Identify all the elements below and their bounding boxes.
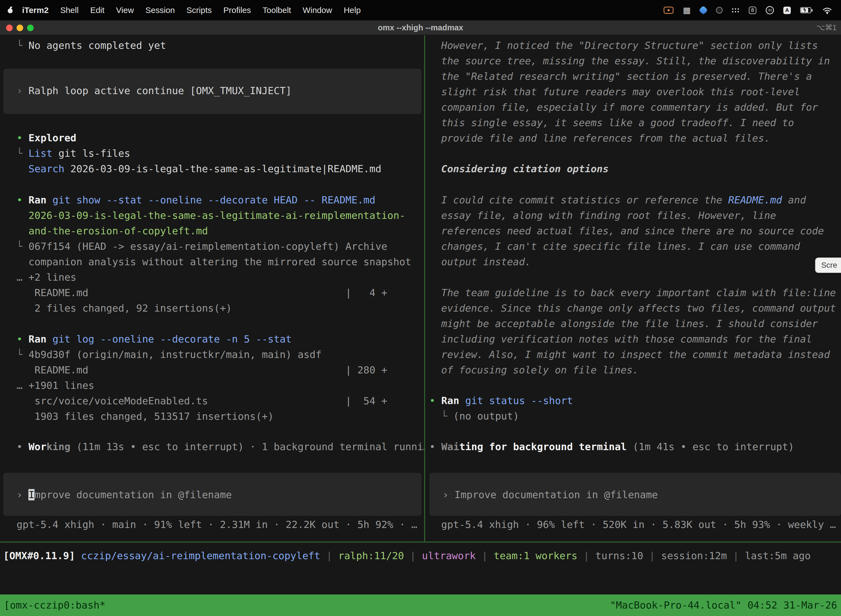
screen-recording-indicator-icon[interactable] [664, 7, 674, 14]
text-segment: [OMX#0.11.9] [3, 550, 81, 561]
menu-item-iterm2[interactable]: iTerm2 [22, 6, 48, 15]
text-segment: changes, I can't cite specific file line… [441, 241, 800, 252]
text-segment: slight risk that future readers may over… [441, 86, 800, 97]
terminal-line: including verification notes with those … [441, 331, 836, 347]
menu-items: iTerm2ShellEditViewSessionScriptsProfile… [22, 6, 360, 15]
key-8-icon[interactable]: 8 [749, 7, 756, 14]
text-segment: 2 files changed, 92 insertions(+) [16, 302, 232, 314]
terminal-line: 2026-03-09-is-legal-the-same-as-legitima… [16, 208, 411, 223]
text-segment: Ran [441, 395, 459, 406]
terminal-pane-left[interactable]: └ No agents completed yet › Ralph loop a… [0, 35, 424, 541]
menu-item-help[interactable]: Help [344, 6, 361, 15]
menu-item-scripts[interactable]: Scripts [186, 6, 212, 15]
pane-divider-vertical[interactable] [424, 35, 425, 541]
terminal-line: gpt-5.4 xhigh · main · 91% left · 2.31M … [16, 517, 417, 532]
menu-item-session[interactable]: Session [145, 6, 175, 15]
dark-circle-app-icon[interactable] [716, 7, 722, 13]
text-segment: └ [16, 148, 28, 159]
text-segment: └ [16, 241, 28, 252]
text-segment: I could cite commit statistics or refere… [441, 194, 728, 205]
text-segment: Considering citation options [441, 163, 609, 175]
terminal-line: … +2 lines [16, 270, 411, 285]
terminal-line: the source tree, missing the essay. Stil… [441, 53, 830, 69]
wifi-icon[interactable] [822, 7, 832, 14]
text-segment: • [16, 132, 28, 144]
menu-item-window[interactable]: Window [303, 6, 332, 15]
text-segment: 067f154 (HEAD -> essay/ai-reimplementati… [28, 241, 387, 252]
text-segment: (no output) [453, 411, 519, 422]
gauge-icon[interactable]: .61 [766, 6, 774, 14]
text-segment: | [727, 550, 745, 561]
terminal-line: • Waiting for background terminal (1m 41… [429, 439, 794, 455]
text-segment: ralph:11/20 [338, 550, 404, 561]
text-segment: › [16, 85, 28, 96]
menu-item-edit[interactable]: Edit [90, 6, 105, 15]
gauge-value: .61 [768, 8, 772, 12]
explored-block: • Explored└ List git ls-files Search 202… [16, 130, 381, 177]
menu-bar: iTerm2ShellEditViewSessionScriptsProfile… [0, 0, 841, 21]
menu-item-profiles[interactable]: Profiles [223, 6, 251, 15]
terminal-line: might be acceptable alongside the file l… [441, 316, 836, 331]
terminal-line: references need actual files, and since … [441, 223, 824, 239]
text-segment: provide file and line references from th… [441, 132, 770, 144]
terminal-line: • Explored [16, 130, 381, 146]
text-segment: essay file, along with finding root file… [441, 210, 776, 221]
terminal-line: › Improve documentation in @filename [442, 487, 841, 503]
text-segment: session:12m [661, 550, 727, 561]
terminal-line: README.md | 280 + [16, 362, 387, 378]
tmux-session-label: [omx-cczip0:bash* [4, 594, 105, 616]
text-segment: README.md | 4 + [16, 287, 387, 298]
window-shortcut-badge: ⌥⌘1 [816, 21, 837, 35]
text-segment [46, 333, 53, 345]
terminal-line: review. Also, I might want to inspect th… [441, 347, 836, 362]
reasoning-heading: Considering citation options [441, 161, 609, 177]
terminal-line: 1903 files changed, 513517 insertions(+) [16, 409, 387, 424]
terminal-line: 2 files changed, 92 insertions(+) [16, 301, 411, 316]
text-segment: • [16, 441, 28, 452]
grid-icon[interactable]: ▦ [683, 6, 691, 14]
screenshot-chip[interactable]: Scre [815, 258, 841, 273]
text-segment: └ [16, 349, 28, 360]
text-segment: • [429, 395, 441, 406]
reasoning-paragraph-3: The team guideline is to back every impo… [441, 285, 836, 378]
text-segment: … +1901 lines [16, 380, 94, 391]
apple-menu-icon[interactable] [7, 6, 14, 14]
dots-grid-icon[interactable] [732, 8, 740, 13]
text-segment: I [28, 489, 35, 500]
reasoning-paragraph-1: However, I noticed the "Directory Struct… [441, 38, 830, 146]
text-segment: | [577, 550, 595, 561]
menu-item-shell[interactable]: Shell [60, 6, 79, 15]
text-segment: (1m 41s • esc to interrupt) [627, 441, 794, 452]
text-segment: Ran [28, 333, 46, 345]
input-source-icon[interactable]: A [783, 7, 791, 14]
prompt-input-left[interactable]: › Improve documentation in @filename [3, 473, 422, 516]
pane-divider-horizontal [0, 541, 841, 543]
text-segment: references need actual files, and since … [441, 225, 824, 236]
text-segment: 2026-03-09-is-legal-the-same-as-legitima… [16, 210, 405, 221]
terminal-line: I could cite commit statistics or refere… [441, 192, 824, 208]
text-segment: including verification notes with those … [441, 333, 812, 345]
window-title-bar: omx --xhigh --madmax ⌥⌘1 [0, 21, 841, 35]
terminal-line: └ No agents completed yet [16, 38, 166, 53]
terminal-line: README.md | 4 + [16, 285, 411, 301]
text-segment: and-the-erosion-of-copyleft.md [16, 225, 208, 236]
text-segment: However, I noticed the "Directory Struct… [441, 40, 818, 51]
terminal-line: … +1901 lines [16, 378, 387, 393]
text-segment [46, 194, 53, 205]
terminal-line: └ List git ls-files [16, 146, 381, 161]
menu-item-toolbelt[interactable]: Toolbelt [263, 6, 291, 15]
git-log-block: • Ran git log --oneline --decorate -n 5 … [16, 331, 387, 424]
menu-item-view[interactable]: View [116, 6, 134, 15]
blue-app-icon[interactable] [699, 6, 708, 15]
terminal-line: • Ran git log --oneline --decorate -n 5 … [16, 331, 387, 347]
text-segment: gpt-5.4 xhigh · 96% left · 520K in · 5.8… [441, 519, 836, 530]
text-segment: • [429, 441, 441, 452]
text-segment: Search [28, 163, 64, 175]
battery-icon[interactable]: ϟ [800, 7, 813, 13]
terminal-line: slight risk that future readers may over… [441, 84, 830, 100]
prompt-input-right[interactable]: › Improve documentation in @filename [429, 473, 841, 516]
terminal-pane-right[interactable]: However, I noticed the "Directory Struct… [425, 35, 841, 541]
terminal-line: • Working (11m 13s • esc to interrupt) ·… [16, 439, 424, 455]
terminal-line: › Ralph loop active continue [OMX_TMUX_I… [16, 83, 422, 98]
text-segment: 4b9d30f (origin/main, instructkr/main, m… [28, 349, 321, 360]
